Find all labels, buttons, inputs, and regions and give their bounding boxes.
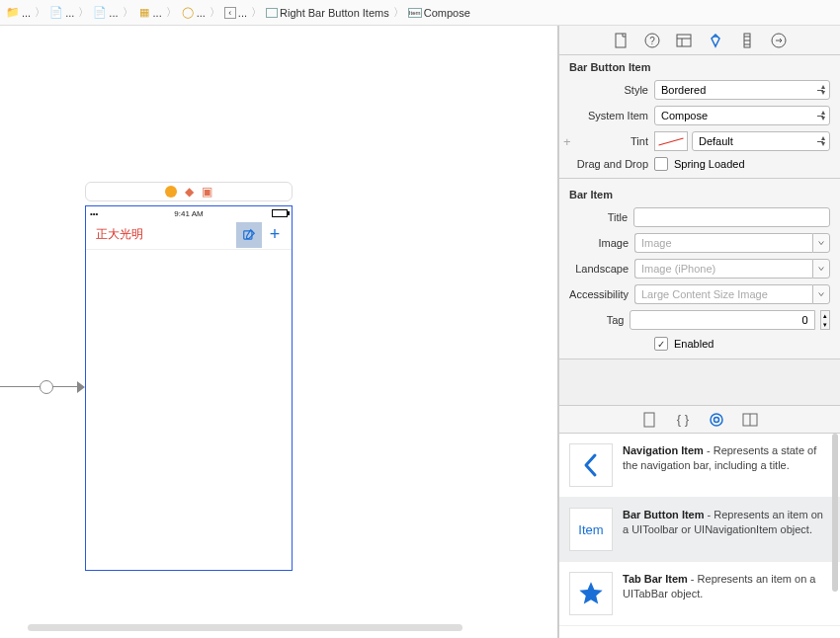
section-header: Bar Button Item [559, 55, 840, 77]
breadcrumb-item[interactable]: 📄... [47, 6, 76, 20]
file-inspector-tab[interactable] [612, 32, 630, 49]
compose-button[interactable] [236, 222, 262, 248]
landscape-combo[interactable]: Image (iPhone) [634, 259, 812, 279]
breadcrumb-item[interactable]: ‹... [222, 7, 249, 19]
bc-label: ... [153, 7, 162, 19]
chevron-right-icon: 〉 [78, 5, 89, 20]
landscape-label: Landscape [569, 263, 629, 275]
battery-icon [272, 209, 288, 217]
section-header: Bar Item [559, 183, 840, 204]
chevron-right-icon: 〉 [123, 5, 133, 20]
image-combo[interactable]: Image [634, 233, 812, 253]
title-input[interactable] [633, 207, 830, 227]
exit-icon: ▣ [202, 185, 212, 199]
bc-label: Right Bar Button Items [280, 7, 389, 19]
dragdrop-label: Drag and Drop [569, 158, 648, 170]
breadcrumb-item[interactable]: 📄... [91, 6, 120, 20]
library-item-tabbar[interactable]: Tab Bar Item - Represents an item on a U… [559, 562, 840, 626]
item-text-icon: Item [569, 508, 613, 551]
lib-title: Tab Bar Item [623, 573, 688, 585]
attributes-inspector-tab[interactable] [707, 32, 724, 49]
tag-stepper[interactable]: ▴▾ [820, 310, 830, 330]
add-button[interactable]: + [262, 222, 288, 248]
bc-label: ... [109, 7, 118, 19]
bc-label: ... [238, 7, 247, 19]
tag-label: Tag [569, 314, 624, 326]
tag-input[interactable] [630, 310, 814, 330]
lib-title: Bar Button Item [623, 509, 705, 520]
canvas[interactable]: ◆ ▣ ••• 9:41 AM 正大光明 [0, 26, 558, 638]
back-icon: ‹ [224, 7, 236, 19]
plus-icon: + [270, 224, 281, 245]
spring-loaded-label: Spring Loaded [674, 158, 745, 170]
spring-loaded-checkbox[interactable] [654, 157, 668, 171]
enabled-label: Enabled [674, 338, 714, 350]
title-label: Title [569, 211, 628, 223]
library-item-navigation[interactable]: Navigation Item - Represents a state of … [559, 434, 840, 498]
file-icon: 📄 [49, 6, 63, 20]
landscape-dropdown-button[interactable] [812, 259, 830, 279]
chevron-right-icon: 〉 [251, 5, 262, 20]
file-template-tab[interactable] [640, 411, 658, 429]
enabled-checkbox[interactable] [654, 337, 668, 351]
storyboard-icon: ▦ [137, 6, 151, 20]
style-select[interactable]: Bordered▴▾ [654, 80, 830, 100]
size-inspector-tab[interactable] [738, 32, 756, 49]
system-item-label: System Item [569, 110, 648, 121]
connections-inspector-tab[interactable] [770, 32, 788, 49]
breadcrumb-item[interactable]: ▦... [135, 6, 164, 20]
device-preview[interactable]: ••• 9:41 AM 正大光明 + [85, 205, 293, 571]
nav-title: 正大光明 [96, 226, 143, 243]
svg-rect-13 [644, 413, 654, 427]
breadcrumb-item[interactable]: ItemCompose [406, 7, 472, 19]
bc-label: Compose [424, 7, 470, 19]
svg-point-15 [714, 417, 719, 422]
vertical-scrollbar[interactable] [832, 434, 838, 592]
library-item-barbutton[interactable]: Item Bar Button Item - Represents an ite… [559, 498, 840, 562]
item-icon: Item [408, 8, 422, 18]
svg-rect-1 [616, 34, 626, 47]
breadcrumb-item[interactable]: 📁... [4, 6, 33, 20]
horizontal-scrollbar[interactable] [28, 624, 462, 631]
bc-label: ... [197, 7, 206, 19]
accessibility-combo[interactable]: Large Content Size Image [634, 284, 812, 304]
image-dropdown-button[interactable] [812, 233, 830, 253]
navigation-bar[interactable]: 正大光明 + [86, 220, 292, 250]
view-icon [266, 8, 278, 18]
tint-label: Tint [569, 135, 648, 147]
scene-icon: ◯ [181, 6, 195, 20]
svg-rect-4 [677, 35, 691, 46]
object-library-tab[interactable] [708, 411, 725, 429]
media-library-tab[interactable] [741, 411, 759, 429]
lib-title: Navigation Item [623, 444, 704, 456]
add-field-button[interactable]: + [563, 134, 571, 149]
folder-icon: 📁 [6, 6, 20, 20]
chevron-right-icon: 〉 [393, 5, 404, 20]
code-snippet-tab[interactable]: { } [674, 411, 692, 429]
chevron-right-icon: 〉 [166, 5, 177, 20]
viewcontroller-icon [165, 186, 177, 198]
identity-inspector-tab[interactable] [675, 32, 693, 49]
inspector-panel: ? Bar Button Item Style Bordered▴▾ Syste… [558, 26, 840, 638]
system-item-select[interactable]: Compose▴▾ [654, 106, 830, 125]
first-responder-icon: ◆ [185, 185, 194, 199]
storyboard-entry-arrow[interactable] [0, 381, 89, 393]
status-bar: ••• 9:41 AM [86, 206, 292, 220]
inspector-tabs: ? [559, 26, 840, 55]
chevron-right-icon: 〉 [35, 5, 45, 20]
empty-space [559, 359, 840, 406]
scene-header[interactable]: ◆ ▣ [85, 182, 293, 201]
library-tabs: { } [559, 406, 840, 434]
breadcrumb-item[interactable]: ◯... [179, 6, 208, 20]
star-icon [569, 572, 613, 615]
chevron-right-icon: 〉 [210, 5, 220, 20]
chevron-left-icon [569, 443, 613, 487]
accessibility-dropdown-button[interactable] [812, 284, 830, 304]
help-inspector-tab[interactable]: ? [643, 32, 661, 49]
tint-swatch[interactable] [654, 131, 688, 151]
object-library[interactable]: Navigation Item - Represents a state of … [559, 434, 840, 638]
bc-label: ... [22, 7, 31, 19]
style-label: Style [569, 84, 648, 96]
tint-select[interactable]: Default▴▾ [692, 131, 830, 151]
breadcrumb-item[interactable]: Right Bar Button Items [264, 7, 391, 19]
